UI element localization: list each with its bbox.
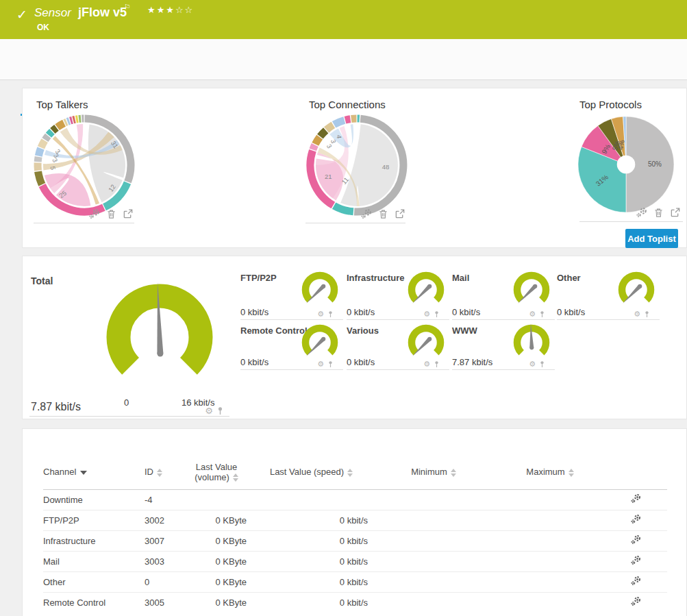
gears-icon[interactable] bbox=[631, 576, 641, 586]
external-link-icon[interactable] bbox=[123, 209, 133, 219]
pin-icon[interactable] bbox=[434, 310, 440, 318]
table-row: Other 0 0 KByte 0 kbit/s bbox=[43, 571, 667, 592]
pin-icon[interactable] bbox=[539, 310, 545, 318]
gauge-value: 0 kbit/s bbox=[347, 307, 375, 317]
gauge-value: 0 kbit/s bbox=[240, 357, 268, 367]
external-link-icon[interactable] bbox=[670, 208, 680, 218]
channel-id: 3003 bbox=[145, 551, 182, 571]
status-badge: OK bbox=[37, 23, 49, 32]
trash-icon[interactable] bbox=[653, 208, 664, 218]
column-header-minimum[interactable]: Minimum bbox=[372, 455, 495, 489]
pin-icon[interactable] bbox=[434, 360, 440, 368]
gears-icon[interactable] bbox=[631, 596, 641, 606]
gauge-label: Infrastructure bbox=[347, 273, 405, 283]
sort-icon bbox=[157, 469, 162, 477]
channel-volume: 0 KByte bbox=[182, 510, 251, 530]
toplist-title-top-protocols: Top Protocols bbox=[579, 99, 642, 110]
column-header-volume[interactable]: Last Value (volume) bbox=[182, 455, 251, 489]
toplist-actions-top-talkers bbox=[89, 208, 133, 219]
channel-id: 3002 bbox=[145, 510, 182, 530]
channel-minimum bbox=[372, 551, 495, 571]
gear-icon[interactable]: ⚙ bbox=[529, 310, 536, 318]
mini-gauge bbox=[298, 271, 342, 307]
mini-gauge bbox=[404, 271, 448, 307]
sort-desc-icon bbox=[80, 471, 87, 475]
gears-icon[interactable] bbox=[361, 208, 372, 219]
gear-icon[interactable]: ⚙ bbox=[529, 360, 536, 368]
gear-icon[interactable]: ⚙ bbox=[423, 360, 430, 368]
trash-icon[interactable] bbox=[378, 209, 388, 219]
sensor-type-label: Sensor bbox=[34, 6, 71, 20]
top-talkers-chord-chart[interactable]: 3112255333 bbox=[33, 114, 136, 217]
table-row: Mail 3003 0 KByte 0 kbit/s bbox=[43, 551, 667, 571]
svg-text:3: 3 bbox=[325, 143, 334, 149]
top-protocols-pie-chart[interactable]: 50%31%9%5%4% bbox=[575, 113, 677, 216]
total-gauge-block: Total 0 16 kbit/s 7.87 kbit/s ⚙ bbox=[29, 270, 229, 417]
channel-speed: 0 kbit/s bbox=[251, 510, 372, 530]
pin-icon[interactable] bbox=[216, 406, 224, 415]
gears-icon[interactable] bbox=[631, 534, 641, 545]
divider bbox=[34, 223, 134, 223]
gauge-value: 7.87 kbit/s bbox=[31, 401, 81, 413]
pin-icon[interactable] bbox=[327, 310, 334, 318]
top-connections-chord-chart[interactable]: 482111334 bbox=[305, 114, 408, 217]
gears-icon[interactable] bbox=[636, 207, 647, 218]
sort-icon bbox=[451, 469, 456, 477]
gauge-cell-mail: Mail 0 kbit/s ⚙ bbox=[452, 271, 555, 320]
channel-volume bbox=[182, 489, 251, 510]
channel-speed: 0 kbit/s bbox=[251, 530, 372, 551]
channel-volume: 0 KByte bbox=[182, 551, 251, 571]
gauge-value: 0 kbit/s bbox=[452, 307, 480, 317]
channel-volume: 0 KByte bbox=[182, 530, 251, 551]
toplist-title-top-connections: Top Connections bbox=[309, 99, 386, 110]
channel-maximum bbox=[495, 571, 605, 592]
gears-icon[interactable] bbox=[89, 208, 100, 219]
column-header-id[interactable]: ID bbox=[145, 455, 182, 489]
channel-speed: 0 kbit/s bbox=[251, 592, 372, 613]
channel-maximum bbox=[495, 510, 605, 530]
tab-bar: Overview Live Data 2 days 30 days 365 da… bbox=[0, 39, 687, 80]
channel-id: 3005 bbox=[145, 592, 182, 613]
mini-gauge bbox=[298, 324, 342, 360]
channel-name: Other bbox=[43, 571, 145, 592]
gear-icon[interactable]: ⚙ bbox=[317, 360, 324, 368]
svg-text:48: 48 bbox=[382, 163, 390, 171]
channel-volume: 0 KByte bbox=[182, 592, 251, 613]
trash-icon[interactable] bbox=[106, 209, 116, 219]
priority-stars[interactable]: ★★★☆☆ bbox=[147, 5, 194, 15]
column-header-speed[interactable]: Last Value (speed) bbox=[251, 455, 372, 489]
pin-icon[interactable] bbox=[644, 310, 650, 318]
mini-gauge bbox=[614, 271, 658, 307]
gear-icon[interactable]: ⚙ bbox=[423, 310, 430, 318]
column-header-channel[interactable]: Channel bbox=[43, 455, 145, 489]
pin-icon[interactable] bbox=[327, 360, 334, 368]
gauge-value: 0 kbit/s bbox=[557, 307, 585, 317]
svg-text:3: 3 bbox=[329, 138, 338, 144]
sort-icon bbox=[569, 469, 574, 477]
gears-icon[interactable] bbox=[631, 555, 641, 565]
gauge-label: Various bbox=[347, 325, 379, 336]
gauge-cell-other: Other 0 kbit/s ⚙ bbox=[557, 271, 660, 320]
channel-volume: 0 KByte bbox=[182, 571, 251, 592]
channels-panel: Channel ID Last Value (volume) Last Valu… bbox=[22, 428, 687, 616]
channels-table: Channel ID Last Value (volume) Last Valu… bbox=[43, 455, 667, 613]
gear-icon[interactable]: ⚙ bbox=[205, 406, 213, 415]
gauge-cell-ftp-p2p: FTP/P2P 0 kbit/s ⚙ bbox=[240, 271, 343, 320]
channel-speed: 0 kbit/s bbox=[251, 551, 372, 571]
gear-icon[interactable]: ⚙ bbox=[317, 310, 324, 318]
svg-text:5: 5 bbox=[49, 166, 58, 171]
svg-text:21: 21 bbox=[325, 173, 332, 180]
channel-speed: 0 kbit/s bbox=[251, 571, 372, 592]
add-toplist-button[interactable]: Add Toplist bbox=[625, 229, 678, 248]
pin-icon[interactable] bbox=[539, 360, 545, 368]
gauge-value: 7.87 kbit/s bbox=[452, 357, 492, 367]
column-header-maximum[interactable]: Maximum bbox=[495, 455, 605, 489]
channel-id: 0 bbox=[145, 571, 182, 592]
mini-gauge bbox=[404, 324, 448, 360]
gear-icon[interactable]: ⚙ bbox=[634, 310, 640, 318]
channel-name: Mail bbox=[43, 551, 145, 571]
external-link-icon[interactable] bbox=[395, 209, 405, 219]
gears-icon[interactable] bbox=[631, 493, 641, 504]
gears-icon[interactable] bbox=[631, 514, 641, 524]
channel-maximum bbox=[495, 489, 605, 510]
